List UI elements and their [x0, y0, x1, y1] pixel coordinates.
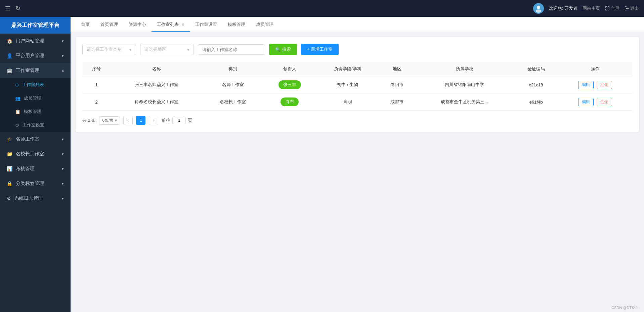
tab-template-mgmt[interactable]: 模板管理 — [222, 18, 251, 32]
content-card: 请选择工作室类别 ▾ 请选择地区 ▾ 🔍 搜索 + 新增工作室 — [76, 37, 639, 132]
master-icon: 🎓 — [7, 136, 12, 142]
table-row: 1 张三丰名师鼎兴工作室 名师工作室 张三丰 初中 / 生物 绵阳市 四川省绵阳… — [82, 76, 632, 93]
col-action: 操作 — [558, 62, 632, 76]
cell-type-0: 名师工作室 — [203, 76, 263, 93]
tab-member-mgmt[interactable]: 成员管理 — [251, 18, 279, 32]
studio-list-icon: ⊙ — [15, 82, 19, 87]
fullscreen-btn[interactable]: 全屏 — [605, 5, 619, 11]
sidebar-item-studio[interactable]: 🏢 工作室管理 ▾ — [0, 63, 71, 78]
sidebar-member-label: 成员管理 — [24, 95, 41, 101]
cell-grade-1: 高职 — [316, 93, 379, 111]
cell-school-0: 四川省绵阳南山中学 — [415, 76, 514, 93]
sidebar-item-portal[interactable]: 🏠 门户网站管理 ▾ — [0, 34, 71, 48]
tab-close-icon[interactable]: ✕ — [181, 23, 184, 27]
filter-row: 请选择工作室类别 ▾ 请选择地区 ▾ 🔍 搜索 + 新增工作室 — [82, 44, 632, 55]
cell-type-1: 名校长工作室 — [203, 93, 263, 111]
name-input[interactable] — [198, 44, 265, 55]
template-icon: 📋 — [15, 109, 20, 114]
goto-input[interactable] — [172, 117, 186, 124]
cell-index-0: 1 — [82, 76, 111, 93]
add-button[interactable]: + 新增工作室 — [301, 44, 339, 55]
sidebar: 鼎兴工作室管理平台 🏠 门户网站管理 ▾ 👤 平台用户管理 ▾ 🏢 工作室管理 … — [0, 17, 71, 312]
cancel-btn-0[interactable]: 注销 — [597, 81, 612, 89]
studio-chevron-icon: ▾ — [62, 69, 64, 73]
tab-studio-list[interactable]: 工作室列表 ✕ — [152, 18, 190, 32]
sidebar-principal-label: 名校长工作室 — [16, 151, 44, 157]
welcome-text: 欢迎您: 开发者 — [549, 5, 577, 11]
principal-icon: 📁 — [7, 151, 12, 157]
avatar — [533, 3, 544, 14]
col-region: 地区 — [379, 62, 415, 76]
header-left: ☰ ↻ — [5, 5, 20, 12]
member-icon: 👥 — [15, 96, 20, 101]
current-page-btn[interactable]: 1 — [136, 116, 145, 125]
cell-action-0: 编辑 注销 — [558, 76, 632, 93]
edit-btn-1[interactable]: 编辑 — [578, 98, 594, 106]
logout-btn[interactable]: 退出 — [625, 5, 639, 11]
tab-home[interactable]: 首页 — [76, 18, 95, 32]
sidebar-item-master[interactable]: 🎓 名师工作室 ▾ — [0, 132, 71, 147]
col-type: 类别 — [203, 62, 263, 76]
assessment-chevron-icon: ▾ — [62, 167, 64, 171]
sidebar-logo: 鼎兴工作室管理平台 — [0, 17, 71, 34]
assessment-icon: 📊 — [7, 166, 12, 171]
tab-home-mgmt[interactable]: 首页管理 — [95, 18, 123, 32]
col-index: 序号 — [82, 62, 111, 76]
tabs-bar: 首页 首页管理 资源中心 工作室列表 ✕ 工作室设置 模板管理 成员管理 — [71, 17, 644, 32]
sidebar-logs-label: 系统日志管理 — [14, 195, 43, 201]
sidebar-master-label: 名师工作室 — [16, 136, 39, 142]
search-button[interactable]: 🔍 搜索 — [269, 44, 297, 55]
cell-leader-1: 肖布 — [263, 93, 316, 111]
cell-action-1: 编辑 注销 — [558, 93, 632, 111]
next-page-btn[interactable]: › — [149, 116, 158, 125]
sidebar-item-studio-settings[interactable]: ⚙ 工作室设置 — [0, 118, 71, 132]
cell-name-0: 张三丰名师鼎兴工作室 — [111, 76, 203, 93]
sidebar-item-logs[interactable]: ⚙ 系统日志管理 ▾ — [0, 191, 71, 206]
type-select-placeholder: 请选择工作室类别 — [87, 46, 122, 52]
settings-icon: ⚙ — [15, 123, 19, 128]
main-layout: 鼎兴工作室管理平台 🏠 门户网站管理 ▾ 👤 平台用户管理 ▾ 🏢 工作室管理 … — [0, 17, 644, 312]
sidebar-item-assessment[interactable]: 📊 考核管理 ▾ — [0, 161, 71, 176]
sidebar-studio-list-label: 工作室列表 — [22, 82, 44, 88]
cell-grade-0: 初中 / 生物 — [316, 76, 379, 93]
region-select[interactable]: 请选择地区 ▾ — [140, 44, 194, 55]
tags-icon: 🔒 — [7, 181, 12, 186]
refresh-icon[interactable]: ↻ — [15, 5, 20, 12]
sidebar-item-principal[interactable]: 📁 名校长工作室 ▾ — [0, 147, 71, 161]
sidebar-item-users[interactable]: 👤 平台用户管理 ▾ — [0, 48, 71, 63]
cancel-btn-1[interactable]: 注销 — [597, 98, 612, 106]
col-leader: 领衔人 — [263, 62, 316, 76]
svg-point-1 — [537, 6, 540, 9]
page-size-select[interactable]: 6条/页 ▾ — [99, 116, 120, 125]
cell-verify-0: c21c18 — [514, 76, 558, 93]
sidebar-item-member-mgmt[interactable]: 👥 成员管理 — [0, 91, 71, 105]
leader-badge-0: 张三丰 — [278, 80, 301, 89]
table-header-row: 序号 名称 类别 领衔人 负责学段/学科 地区 所属学校 验证编码 操作 — [82, 62, 632, 76]
sidebar-portal-label: 门户网站管理 — [16, 38, 44, 44]
logs-chevron-icon: ▾ — [62, 196, 64, 201]
cell-leader-0: 张三丰 — [263, 76, 316, 93]
sidebar-item-template-mgmt[interactable]: 📋 模板管理 — [0, 105, 71, 118]
sidebar-item-studio-list[interactable]: ⊙ 工作室列表 — [0, 78, 71, 91]
cell-index-1: 2 — [82, 93, 111, 111]
tab-resources[interactable]: 资源中心 — [123, 18, 152, 32]
sidebar-item-tags[interactable]: 🔒 分类标签管理 ▾ — [0, 176, 71, 191]
table-row: 2 肖希名校长鼎兴工作室 名校长工作室 肖布 高职 成都市 成都市金牛区机关第三… — [82, 93, 632, 111]
prev-page-btn[interactable]: ‹ — [123, 116, 133, 125]
col-school: 所属学校 — [415, 62, 514, 76]
portal-icon: 🏠 — [7, 38, 12, 44]
sidebar-assessment-label: 考核管理 — [16, 166, 35, 172]
tab-studio-settings[interactable]: 工作室设置 — [190, 18, 222, 32]
logs-icon: ⚙ — [7, 196, 11, 201]
type-select[interactable]: 请选择工作室类别 ▾ — [82, 44, 136, 55]
edit-btn-0[interactable]: 编辑 — [578, 81, 594, 89]
menu-toggle-icon[interactable]: ☰ — [5, 5, 10, 12]
cell-verify-1: e61f4b — [514, 93, 558, 111]
site-link[interactable]: 网站主页 — [583, 5, 600, 11]
studio-icon: 🏢 — [7, 68, 12, 73]
search-icon: 🔍 — [275, 47, 281, 52]
cell-region-0: 绵阳市 — [379, 76, 415, 93]
sidebar-studio-label: 工作室管理 — [16, 68, 39, 74]
portal-chevron-icon: ▾ — [62, 39, 64, 43]
master-chevron-icon: ▾ — [62, 137, 64, 142]
